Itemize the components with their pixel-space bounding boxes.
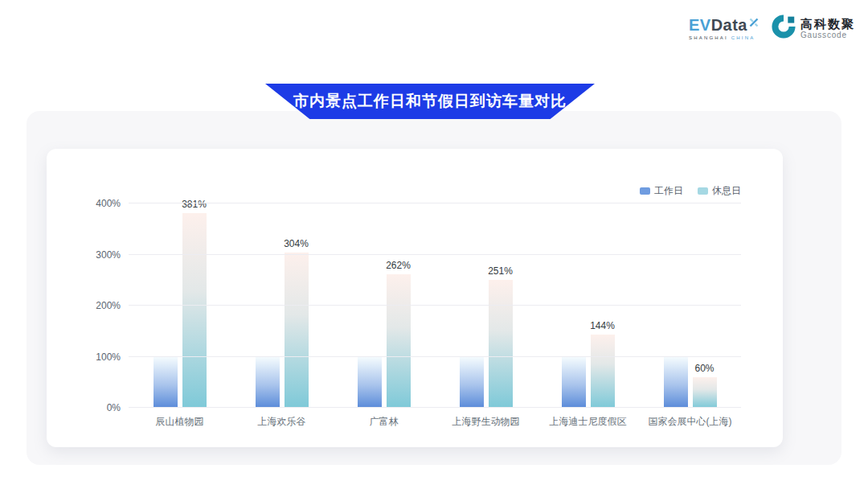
bar-wrap: 304% — [285, 203, 309, 408]
x-axis-labels: 辰山植物园上海欢乐谷广富林上海野生动物园上海迪士尼度假区国家会展中心(上海) — [129, 408, 741, 429]
category-label: 辰山植物园 — [129, 408, 231, 429]
bar-value-label: 251% — [488, 265, 513, 277]
bars-row: 381%304%262%251%144%60% — [129, 203, 741, 408]
gausscode-name-cn: 高科数聚 — [800, 17, 855, 31]
evdata-logo-subtext: SHANGHAI CHINA — [689, 35, 759, 40]
bar-workday — [460, 357, 484, 409]
bar-wrap: 381% — [182, 203, 207, 408]
bar-restday — [489, 280, 513, 408]
bar-restday — [285, 253, 309, 408]
bar-group: 262% — [333, 203, 435, 408]
header-logos: EVData SHANGHAI CHINA — [689, 14, 855, 42]
bar-wrap — [358, 203, 382, 408]
gausscode-name-en: Gausscode — [800, 31, 855, 40]
category-label: 上海欢乐谷 — [231, 408, 333, 429]
legend-item-restday[interactable]: 休息日 — [698, 184, 741, 198]
y-axis-label: 400% — [96, 198, 121, 209]
bar-restday — [693, 377, 717, 408]
chart-legend: 工作日休息日 — [640, 184, 741, 198]
y-axis-label: 100% — [96, 351, 121, 363]
bar-restday — [387, 274, 411, 408]
category-label: 国家会展中心(上海) — [639, 408, 741, 429]
bar-wrap: 262% — [387, 203, 411, 408]
content-panel: 工作日休息日 381%304%262%251%144%60% 0%100%200… — [27, 111, 841, 465]
bar-value-label: 262% — [386, 260, 411, 271]
bar-group: 381% — [129, 203, 231, 408]
title-banner: 市内景点工作日和节假日到访车量对比 — [265, 84, 595, 119]
gridline — [129, 305, 741, 306]
bar-group: 60% — [639, 203, 741, 408]
bar-value-label: 304% — [284, 238, 309, 249]
evdata-subtext-china: CHINA — [731, 35, 755, 40]
bar-wrap: 144% — [591, 203, 615, 408]
evdata-logo: EVData SHANGHAI CHINA — [689, 17, 759, 40]
page-background: EVData SHANGHAI CHINA — [0, 0, 868, 489]
category-label: 广富林 — [333, 408, 435, 429]
bar-group: 304% — [231, 203, 333, 408]
bar-workday — [664, 357, 688, 409]
bar-value-label: 60% — [694, 363, 714, 374]
legend-swatch — [640, 187, 650, 195]
bar-wrap — [562, 203, 586, 408]
y-axis-label: 300% — [96, 249, 121, 261]
y-axis-label: 0% — [107, 402, 121, 413]
bar-wrap: 251% — [489, 203, 513, 408]
category-label: 上海野生动物园 — [435, 408, 537, 429]
bar-group: 251% — [435, 203, 537, 408]
bar-restday — [591, 335, 615, 408]
legend-label: 工作日 — [654, 184, 683, 198]
category-label: 上海迪士尼度假区 — [537, 408, 639, 429]
bar-wrap — [256, 203, 280, 408]
bar-workday — [154, 357, 178, 409]
evdata-logo-ev: EV — [689, 17, 711, 33]
evdata-x-icon — [749, 14, 759, 30]
bar-workday — [256, 357, 280, 409]
plot-area: 工作日休息日 381%304%262%251%144%60% 0%100%200… — [129, 203, 741, 408]
bar-restday — [182, 213, 207, 408]
bar-workday — [358, 357, 382, 409]
gausscode-logo: 高科数聚 Gausscode — [772, 14, 855, 42]
y-axis-label: 200% — [96, 300, 121, 311]
legend-label: 休息日 — [712, 184, 741, 198]
gridline — [129, 203, 741, 203]
evdata-logo-data: Data — [711, 17, 747, 33]
page-title: 市内景点工作日和节假日到访车量对比 — [293, 91, 567, 112]
bar-wrap — [154, 203, 178, 408]
gausscode-g-icon — [772, 14, 796, 42]
bar-wrap: 60% — [693, 203, 717, 408]
chart-card: 工作日休息日 381%304%262%251%144%60% 0%100%200… — [47, 149, 783, 447]
legend-item-workday[interactable]: 工作日 — [640, 184, 683, 198]
bar-value-label: 381% — [182, 199, 207, 210]
bar-value-label: 144% — [590, 320, 615, 331]
bar-group: 144% — [537, 203, 639, 408]
bar-wrap — [664, 203, 688, 408]
gridline — [129, 356, 741, 357]
bar-wrap — [460, 203, 484, 408]
gridline — [129, 254, 741, 255]
bar-workday — [562, 357, 586, 409]
evdata-subtext-shanghai: SHANGHAI — [689, 35, 728, 40]
legend-swatch — [698, 187, 708, 195]
